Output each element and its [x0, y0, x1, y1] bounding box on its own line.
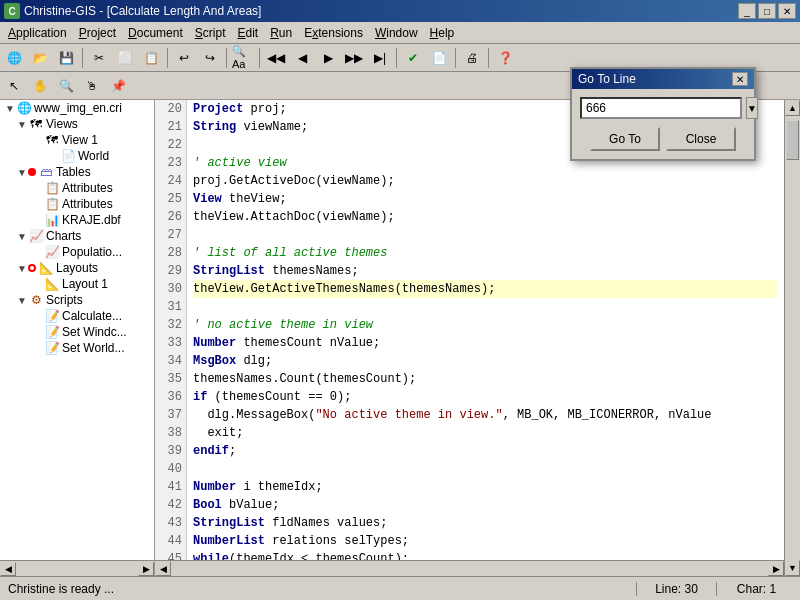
app-icon: C — [4, 3, 20, 19]
tree-item-kraje[interactable]: 📊 KRAJE.dbf — [0, 212, 154, 228]
tree-item-world[interactable]: 📄 World — [0, 148, 154, 164]
btn-doc2[interactable]: 📄 — [427, 47, 451, 69]
code-line-25: View theView; — [193, 190, 778, 208]
tree-item-charts[interactable]: ▼ 📈 Charts — [0, 228, 154, 244]
tree-item-layout1[interactable]: 📐 Layout 1 — [0, 276, 154, 292]
btn-paste[interactable]: 📋 — [139, 47, 163, 69]
btn-next-next[interactable]: ▶▶ — [342, 47, 366, 69]
vscroll-up-btn[interactable]: ▲ — [785, 100, 800, 116]
menu-edit[interactable]: Edit — [231, 24, 264, 42]
dialog-body: ▼ Go To Close — [572, 89, 754, 159]
btn-cut[interactable]: ✂ — [87, 47, 111, 69]
tree-item-setwindc[interactable]: 📝 Set Windc... — [0, 324, 154, 340]
btn-last[interactable]: ▶| — [368, 47, 392, 69]
btn-help[interactable]: ❓ — [493, 47, 517, 69]
btn-copy[interactable]: ⬜ — [113, 47, 137, 69]
tree-item-pop[interactable]: 📈 Populatio... — [0, 244, 154, 260]
tree-item-scripts[interactable]: ▼ ⚙ Scripts — [0, 292, 154, 308]
code-line-37: dlg.MessageBox("No active theme in view.… — [193, 406, 778, 424]
vscroll-down-btn[interactable]: ▼ — [785, 560, 800, 576]
view1-icon: 🗺 — [44, 133, 60, 147]
layouts-icon: 📐 — [38, 261, 54, 275]
menu-help[interactable]: Help — [424, 24, 461, 42]
tree-item-view1[interactable]: 🗺 View 1 — [0, 132, 154, 148]
restore-button[interactable]: □ — [758, 3, 776, 19]
sidebar-scroll-right[interactable]: ▶ — [138, 562, 154, 576]
close-button[interactable]: ✕ — [778, 3, 796, 19]
tree-item-attr1[interactable]: 📋 Attributes — [0, 180, 154, 196]
vscroll-track[interactable] — [785, 116, 800, 560]
btn-save[interactable]: 💾 — [54, 47, 78, 69]
btn-arrow[interactable]: ↖ — [2, 75, 26, 97]
btn-globe[interactable]: 🌐 — [2, 47, 26, 69]
status-char: Char: 1 — [716, 582, 796, 596]
tree-item-attr2[interactable]: 📋 Attributes — [0, 196, 154, 212]
tree-toggle-charts[interactable]: ▼ — [16, 231, 28, 242]
minimize-button[interactable]: _ — [738, 3, 756, 19]
dialog-buttons: Go To Close — [580, 127, 746, 151]
tree-item-layouts[interactable]: ▼ 📐 Layouts — [0, 260, 154, 276]
tree-view[interactable]: ▼ 🌐 www_img_en.cri ▼ 🗺 Views 🗺 View 1 — [0, 100, 154, 560]
btn-pin[interactable]: 📌 — [106, 75, 130, 97]
goto-button[interactable]: Go To — [590, 127, 660, 151]
dialog-close-button[interactable]: ✕ — [732, 72, 748, 86]
title-bar: C Christine-GIS - [Calculate Length And … — [0, 0, 800, 22]
btn-zoom[interactable]: 🔍 — [54, 75, 78, 97]
hscrollbar[interactable]: ◀ ▶ — [155, 560, 784, 576]
code-editor[interactable]: 20 21 22 23 24 25 26 27 28 29 30 31 32 3… — [155, 100, 784, 560]
code-line-36: if (themesCount == 0); — [193, 388, 778, 406]
btn-undo[interactable]: ↩ — [172, 47, 196, 69]
vscroll-thumb[interactable] — [786, 120, 799, 160]
tree-item-views[interactable]: ▼ 🗺 Views — [0, 116, 154, 132]
sidebar: ▼ 🌐 www_img_en.cri ▼ 🗺 Views 🗺 View 1 — [0, 100, 155, 576]
tree-label-attr1: Attributes — [62, 181, 113, 195]
tree-toggle-scripts[interactable]: ▼ — [16, 295, 28, 306]
menu-run[interactable]: Run — [264, 24, 298, 42]
tree-label-tables: Tables — [56, 165, 91, 179]
btn-check[interactable]: ✔ — [401, 47, 425, 69]
hscroll-left-btn[interactable]: ◀ — [155, 561, 171, 576]
btn-cursor[interactable]: 🖱 — [80, 75, 104, 97]
goto-line-input[interactable] — [580, 97, 742, 119]
sidebar-scroll-left[interactable]: ◀ — [0, 562, 16, 576]
btn-prev[interactable]: ◀ — [290, 47, 314, 69]
code-line-39: endif; — [193, 442, 778, 460]
menu-window[interactable]: Window — [369, 24, 424, 42]
tree-item-setworld[interactable]: 📝 Set World... — [0, 340, 154, 356]
line-numbers: 20 21 22 23 24 25 26 27 28 29 30 31 32 3… — [155, 100, 187, 560]
btn-redo[interactable]: ↪ — [198, 47, 222, 69]
tree-toggle-root[interactable]: ▼ — [4, 103, 16, 114]
tree-label-kraje: KRAJE.dbf — [62, 213, 121, 227]
tree-label-attr2: Attributes — [62, 197, 113, 211]
btn-next[interactable]: ▶ — [316, 47, 340, 69]
tree-item-calc[interactable]: 📝 Calculate... — [0, 308, 154, 324]
views-icon: 🗺 — [28, 117, 44, 131]
tree-item-root[interactable]: ▼ 🌐 www_img_en.cri — [0, 100, 154, 116]
sep3 — [226, 48, 227, 68]
btn-find[interactable]: 🔍Aa — [231, 47, 255, 69]
tree-toggle-layouts[interactable]: ▼ — [16, 263, 28, 274]
menu-project[interactable]: Project — [73, 24, 122, 42]
btn-print[interactable]: 🖨 — [460, 47, 484, 69]
menu-extensions[interactable]: Extensions — [298, 24, 369, 42]
tree-toggle-views[interactable]: ▼ — [16, 119, 28, 130]
sep5 — [396, 48, 397, 68]
vscrollbar[interactable]: ▲ ▼ — [784, 100, 800, 576]
btn-prev-prev[interactable]: ◀◀ — [264, 47, 288, 69]
sidebar-hscrollbar[interactable]: ◀ ▶ — [0, 560, 154, 576]
goto-dropdown-btn[interactable]: ▼ — [746, 97, 758, 119]
charts-icon: 📈 — [28, 229, 44, 243]
menu-script[interactable]: Script — [189, 24, 232, 42]
menu-document[interactable]: Document — [122, 24, 189, 42]
btn-hand[interactable]: ✋ — [28, 75, 52, 97]
code-line-26: theView.AttachDoc(viewName); — [193, 208, 778, 226]
main-area: ▼ 🌐 www_img_en.cri ▼ 🗺 Views 🗺 View 1 — [0, 100, 800, 576]
btn-open[interactable]: 📂 — [28, 47, 52, 69]
tree-item-tables[interactable]: ▼ 🗃 Tables — [0, 164, 154, 180]
hscroll-right-btn[interactable]: ▶ — [768, 561, 784, 576]
hscroll-track[interactable] — [171, 561, 768, 576]
menu-application[interactable]: Application — [2, 24, 73, 42]
goto-dialog[interactable]: Go To Line ✕ ▼ Go To Close — [570, 67, 756, 161]
tree-toggle-tables[interactable]: ▼ — [16, 167, 28, 178]
close-dialog-button[interactable]: Close — [666, 127, 736, 151]
